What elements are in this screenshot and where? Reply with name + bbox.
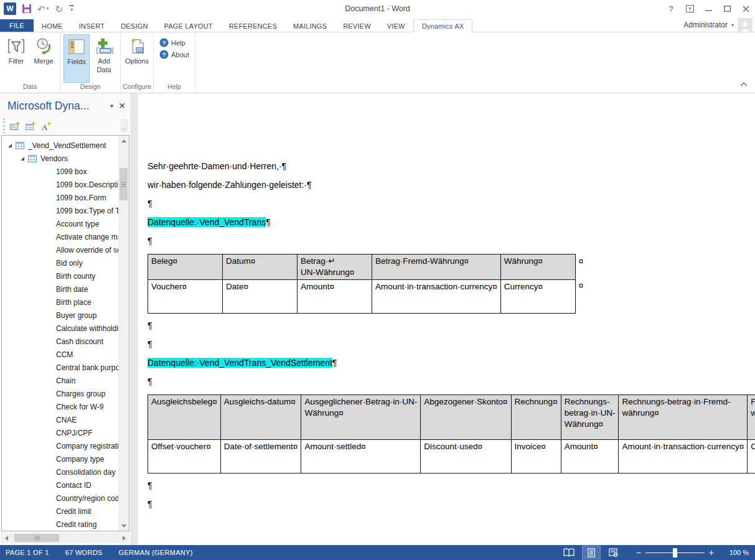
tab-mailings[interactable]: MAILINGS: [285, 20, 335, 32]
new-text-label-icon[interactable]: A: [41, 121, 52, 131]
tab-design[interactable]: DESIGN: [113, 20, 156, 32]
add-data-button[interactable]: Add Data: [91, 34, 117, 83]
scroll-up-icon[interactable]: [118, 136, 129, 146]
tab-insert[interactable]: INSERT: [71, 20, 113, 32]
highlighted-paragraph: Datenquelle:·Vend_VendTrans_VendSettleme…: [148, 357, 755, 369]
task-pane-title: Microsoft Dyna...: [7, 100, 105, 113]
language-indicator[interactable]: GERMAN (GERMANY): [119, 549, 193, 556]
undo-dropdown-icon[interactable]: ▾: [47, 6, 49, 11]
tree-field[interactable]: CNPJ/CPF: [2, 426, 118, 439]
tree-field[interactable]: Cash discount: [2, 335, 118, 348]
body-cell: Currency¤: [748, 440, 755, 474]
avatar: [738, 18, 753, 32]
tree-field[interactable]: Contact ID: [2, 478, 118, 492]
maximize-button[interactable]: [718, 0, 736, 17]
zoom-in-button[interactable]: +: [709, 548, 714, 557]
tree-field[interactable]: Country/region code: [2, 492, 118, 505]
tree-field[interactable]: Activate change man: [2, 230, 118, 243]
tab-dynamics-ax[interactable]: Dynamics AX: [413, 19, 473, 32]
customize-quick-access-button[interactable]: ▾: [69, 5, 74, 12]
tree-field[interactable]: Credit rating: [2, 518, 118, 531]
pane-close-icon[interactable]: ✕: [118, 101, 126, 111]
tree-vertical-scrollbar[interactable]: [118, 136, 129, 531]
tree-field[interactable]: Calculate withholding: [2, 322, 118, 335]
word-logo-icon[interactable]: W: [4, 2, 16, 15]
tree-field[interactable]: Bid only: [2, 256, 118, 269]
print-layout-button[interactable]: [583, 546, 600, 559]
scroll-down-icon[interactable]: [118, 521, 129, 531]
tree-field[interactable]: Credit limit: [2, 505, 118, 518]
redo-button[interactable]: ↻: [55, 4, 63, 14]
tree-node-root[interactable]: _Vend_VendSettlement: [2, 139, 118, 152]
add-data-icon: [95, 37, 113, 55]
zoom-out-button[interactable]: −: [636, 548, 641, 557]
tree-field[interactable]: 1099 box.Form: [2, 191, 118, 204]
expand-triangle-icon[interactable]: [21, 157, 24, 161]
tree-field[interactable]: Buyer group: [2, 309, 118, 322]
zoom-slider-thumb[interactable]: [673, 548, 677, 558]
merge-button[interactable]: Merge: [30, 34, 57, 83]
scrollbar-thumb[interactable]: [14, 534, 59, 542]
word-count[interactable]: 67 WORDS: [65, 549, 103, 556]
options-button[interactable]: Options: [124, 34, 150, 83]
tree-field[interactable]: Consolidation day: [2, 465, 118, 478]
scroll-right-icon[interactable]: [119, 533, 129, 543]
zoom-slider[interactable]: [645, 553, 705, 553]
tree-field[interactable]: Company type: [2, 452, 118, 465]
tree-field[interactable]: Company registration: [2, 439, 118, 452]
tree-field[interactable]: Birth date: [2, 282, 118, 296]
tab-file[interactable]: FILE: [0, 19, 34, 32]
expand-triangle-icon[interactable]: [8, 144, 12, 147]
tab-references[interactable]: REFERENCES: [221, 20, 285, 32]
save-button[interactable]: [22, 4, 31, 13]
tree-field[interactable]: Chain: [2, 374, 118, 387]
new-table-icon[interactable]: [26, 121, 36, 131]
tree-field[interactable]: CNAE: [2, 413, 118, 426]
about-button[interactable]: ? About: [159, 50, 189, 59]
window-title: Document1 - Word: [0, 4, 755, 13]
tree-horizontal-scrollbar[interactable]: [1, 533, 129, 543]
pane-options-dropdown-icon[interactable]: ▾: [110, 102, 114, 110]
tab-page-layout[interactable]: PAGE LAYOUT: [156, 20, 221, 32]
tab-home[interactable]: HOME: [34, 20, 71, 32]
tree-field[interactable]: Charges group: [2, 387, 118, 400]
body-cell: Amount·in·transaction·currency¤: [372, 280, 501, 314]
tree-field[interactable]: Allow override of set: [2, 243, 118, 256]
help-button[interactable]: ? Help: [159, 38, 189, 47]
tab-review[interactable]: REVIEW: [335, 20, 379, 32]
read-mode-button[interactable]: [560, 546, 578, 559]
close-button[interactable]: [736, 0, 755, 17]
page-indicator[interactable]: PAGE 1 OF 1: [6, 549, 49, 556]
field-tree: _Vend_VendSettlement Vendors 1099 box109…: [1, 135, 129, 531]
collapse-ribbon-button[interactable]: [740, 78, 748, 89]
document-page[interactable]: Sehr·geehrte·Damen·und·Herren,·¶wir·habe…: [138, 93, 755, 545]
tree-field[interactable]: Account type: [2, 217, 118, 230]
tab-view[interactable]: VIEW: [379, 20, 413, 32]
zoom-level[interactable]: 100 %: [725, 549, 749, 556]
filter-button[interactable]: Filter: [3, 34, 29, 83]
body-cell: Offset·voucher¤: [148, 440, 221, 474]
filter-icon: [7, 37, 26, 55]
ribbon-display-options-button[interactable]: [680, 0, 699, 17]
minimize-button[interactable]: [699, 0, 718, 17]
tree-node-vendors[interactable]: Vendors: [2, 152, 118, 165]
scroll-left-icon[interactable]: [1, 533, 12, 543]
tree-field[interactable]: Check for W-9: [2, 400, 118, 413]
ms-help-button[interactable]: ?: [662, 0, 680, 17]
fields-button[interactable]: Fields: [63, 34, 90, 83]
paragraph: ¶: [148, 198, 755, 210]
tree-field[interactable]: 1099 box: [2, 165, 118, 178]
undo-button[interactable]: ↶▾: [37, 4, 49, 14]
table-block: Ausgleichsbeleg¤Ausgleichs-datum¤Ausgegl…: [148, 394, 755, 474]
field-list: 1099 box1099 box.Description1099 box.For…: [2, 165, 118, 531]
tree-field[interactable]: CCM: [2, 348, 118, 361]
scrollbar-thumb[interactable]: [120, 168, 128, 200]
account-widget[interactable]: Administrator ▾: [683, 18, 755, 32]
new-form-field-icon[interactable]: [10, 121, 21, 131]
tree-field[interactable]: 1099 box.Description: [2, 178, 118, 191]
tree-field[interactable]: Birth place: [2, 296, 118, 309]
tree-field[interactable]: Birth county: [2, 269, 118, 282]
web-layout-button[interactable]: [605, 546, 622, 559]
tree-field[interactable]: Central bank purpose: [2, 361, 118, 374]
tree-field[interactable]: 1099 box.Type of Tax: [2, 204, 118, 217]
